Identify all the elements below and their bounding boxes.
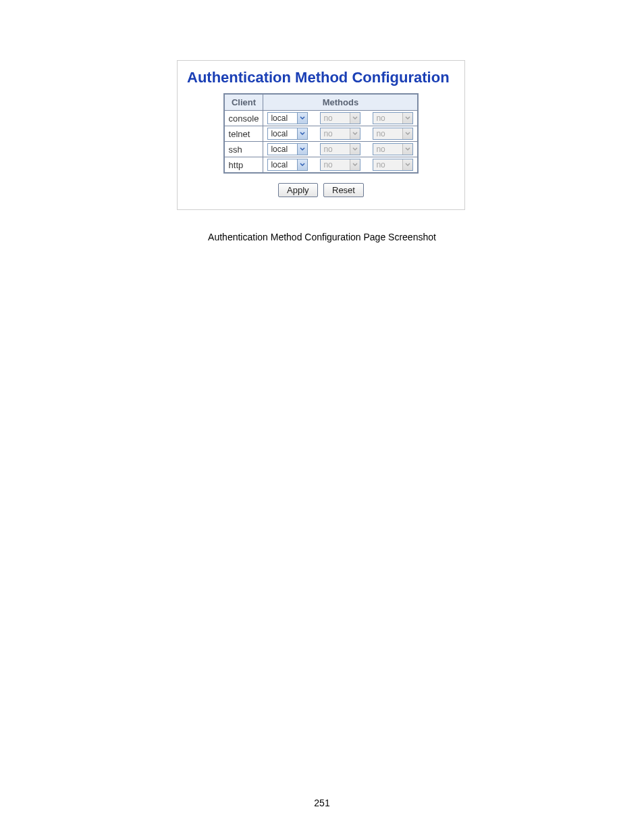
- methods-row: localnono: [267, 159, 413, 171]
- method-select[interactable]: local: [267, 128, 308, 140]
- client-cell: ssh: [224, 142, 263, 157]
- method-select: no: [320, 128, 360, 140]
- method-select: no: [320, 159, 360, 171]
- method-select-value: local: [268, 113, 297, 124]
- method-select: no: [373, 128, 413, 140]
- page-number: 251: [0, 798, 644, 808]
- chevron-down-icon: [402, 128, 412, 139]
- client-cell: telnet: [224, 126, 263, 142]
- method-select-value: no: [321, 159, 350, 170]
- chevron-down-icon: [350, 128, 360, 139]
- chevron-down-icon[interactable]: [297, 159, 307, 170]
- methods-cell: localnono: [263, 142, 419, 157]
- method-select-value: no: [373, 113, 402, 124]
- method-select[interactable]: local: [267, 159, 308, 171]
- method-select: no: [373, 159, 413, 171]
- chevron-down-icon[interactable]: [297, 144, 307, 155]
- method-select: no: [373, 143, 413, 155]
- method-select-value: no: [373, 128, 402, 139]
- method-select-value: local: [268, 159, 297, 170]
- client-cell: http: [224, 157, 263, 174]
- chevron-down-icon: [350, 113, 360, 124]
- chevron-down-icon[interactable]: [297, 113, 307, 124]
- figure-caption: Authentication Method Configuration Page…: [0, 232, 644, 242]
- method-select[interactable]: local: [267, 143, 308, 155]
- methods-row: localnono: [267, 112, 413, 124]
- method-select-value: no: [321, 113, 350, 124]
- panel-title: Authentication Method Configuration: [187, 69, 455, 86]
- chevron-down-icon: [402, 159, 412, 170]
- method-select: no: [373, 112, 413, 124]
- apply-button[interactable]: Apply: [278, 183, 318, 197]
- table-row: httplocalnono: [224, 157, 419, 174]
- method-select: no: [320, 112, 360, 124]
- methods-cell: localnono: [263, 157, 419, 174]
- chevron-down-icon[interactable]: [297, 128, 307, 139]
- chevron-down-icon: [350, 144, 360, 155]
- methods-cell: localnono: [263, 111, 419, 126]
- method-select[interactable]: local: [267, 112, 308, 124]
- methods-row: localnono: [267, 128, 413, 140]
- client-cell: console: [224, 111, 263, 126]
- method-select: no: [320, 143, 360, 155]
- method-select-value: local: [268, 144, 297, 155]
- auth-config-table: Client Methods consolelocalnonotelnetloc…: [223, 93, 419, 174]
- reset-button[interactable]: Reset: [323, 183, 364, 197]
- methods-cell: localnono: [263, 126, 419, 142]
- chevron-down-icon: [402, 144, 412, 155]
- table-row: consolelocalnono: [224, 111, 419, 126]
- chevron-down-icon: [350, 159, 360, 170]
- chevron-down-icon: [402, 113, 412, 124]
- method-select-value: no: [373, 144, 402, 155]
- method-select-value: no: [321, 128, 350, 139]
- column-header-methods: Methods: [263, 94, 419, 111]
- method-select-value: no: [321, 144, 350, 155]
- method-select-value: no: [373, 159, 402, 170]
- method-select-value: local: [268, 128, 297, 139]
- table-row: sshlocalnono: [224, 142, 419, 157]
- button-row: Apply Reset: [187, 183, 455, 197]
- table-row: telnetlocalnono: [224, 126, 419, 142]
- methods-row: localnono: [267, 143, 413, 155]
- auth-method-config-panel: Authentication Method Configuration Clie…: [177, 60, 465, 210]
- column-header-client: Client: [224, 94, 263, 111]
